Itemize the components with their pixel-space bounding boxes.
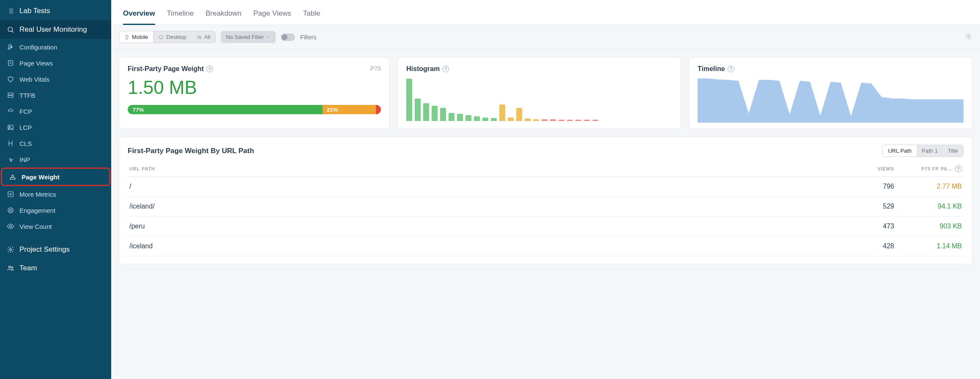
cell-value: 94.1 KB xyxy=(896,197,964,217)
histogram-bar xyxy=(499,104,505,121)
histogram-bar xyxy=(491,118,497,121)
cell-value: 1.14 MB xyxy=(896,236,964,256)
sidebar-section-rum[interactable]: Real User Monitoring xyxy=(0,20,111,39)
wrench-icon xyxy=(7,43,14,51)
distribution-bar: 77% 21% xyxy=(128,105,381,114)
histogram-bar xyxy=(584,120,590,121)
svg-rect-14 xyxy=(159,36,163,38)
group-url-path[interactable]: URL Path xyxy=(883,145,917,157)
sidebar-item-page-views[interactable]: Page Views xyxy=(0,55,111,71)
sidebar-item-label: INP xyxy=(19,156,30,163)
mobile-icon xyxy=(124,34,129,40)
svg-rect-2 xyxy=(8,93,13,95)
tab-page-views[interactable]: Page Views xyxy=(253,6,291,25)
svg-point-10 xyxy=(10,249,12,251)
histogram-bar xyxy=(474,116,480,121)
help-icon[interactable]: ? xyxy=(442,66,449,72)
sidebar-item-view-count[interactable]: View Count xyxy=(0,218,111,234)
gear-icon xyxy=(7,246,14,253)
histogram-bar xyxy=(575,120,581,121)
target-icon xyxy=(7,206,14,214)
plus-icon xyxy=(7,190,14,198)
sidebar-item-engagement[interactable]: Engagement xyxy=(0,202,111,218)
settings-button[interactable] xyxy=(965,33,972,42)
cell-value: 903 KB xyxy=(896,217,964,236)
shift-icon xyxy=(7,140,14,147)
filters-toggle[interactable] xyxy=(281,33,295,41)
tab-table[interactable]: Table xyxy=(303,6,320,25)
sidebar-item-label: View Count xyxy=(19,223,52,230)
table-row[interactable]: /peru473903 KB xyxy=(128,217,964,236)
histogram-bar xyxy=(465,115,471,121)
sidebar-item-label: Engagement xyxy=(19,207,55,214)
table-row[interactable]: /iceland/52994.1 KB xyxy=(128,197,964,217)
sidebar-item-label: TTFB xyxy=(19,92,36,99)
cell-views: 529 xyxy=(845,197,896,217)
content: First-Party Page Weight ? P75 1.50 MB 77… xyxy=(111,49,980,379)
sidebar-item-label: Configuration xyxy=(19,44,57,51)
url-path-table: URL PATH VIEWS P75 FP PA…? /7962.77 MB/i… xyxy=(128,161,964,256)
device-mobile[interactable]: Mobile xyxy=(119,31,153,43)
histogram-bar xyxy=(423,103,429,121)
svg-point-8 xyxy=(10,209,12,211)
sidebar-item-label: FCP xyxy=(19,108,32,115)
tab-breakdown[interactable]: Breakdown xyxy=(205,6,241,25)
timeline-sparkline xyxy=(698,76,964,123)
sidebar-item-label: Page Views xyxy=(19,60,53,67)
col-url-path[interactable]: URL PATH xyxy=(128,161,845,177)
doc-icon xyxy=(7,59,14,67)
filters-label: Filters xyxy=(300,34,316,41)
help-icon[interactable]: ? xyxy=(955,165,962,172)
table-row[interactable]: /iceland4281.14 MB xyxy=(128,236,964,256)
help-icon[interactable]: ? xyxy=(728,66,734,72)
sidebar-item-ttfb[interactable]: TTFB xyxy=(0,87,111,103)
device-all[interactable]: All xyxy=(192,31,215,43)
sidebar-item-lcp[interactable]: LCP xyxy=(0,119,111,135)
sidebar-label: Lab Tests xyxy=(19,7,50,15)
cell-views: 796 xyxy=(845,177,896,197)
group-by-segment: URL Path Path 1 Title xyxy=(882,145,964,157)
group-title[interactable]: Title xyxy=(943,145,963,157)
timeline-card: Timeline ? xyxy=(689,57,972,129)
svg-point-9 xyxy=(10,225,12,228)
col-views[interactable]: VIEWS xyxy=(845,161,896,177)
help-icon[interactable]: ? xyxy=(206,66,213,72)
sidebar-section-project-settings[interactable]: Project Settings xyxy=(0,240,111,259)
sidebar-item-page-weight[interactable]: Page Weight xyxy=(1,168,110,186)
filters-bar: Mobile Desktop All No Saved Filter Filte… xyxy=(111,25,980,49)
sidebar-item-inp[interactable]: INP xyxy=(0,151,111,168)
sidebar-item-fcp[interactable]: FCP xyxy=(0,103,111,119)
list-icon xyxy=(7,7,14,15)
col-p75[interactable]: P75 FP PA…? xyxy=(896,161,964,177)
p75-badge: P75 xyxy=(370,65,381,72)
cell-path: /iceland xyxy=(128,236,845,256)
sidebar-item-configuration[interactable]: Configuration xyxy=(0,39,111,55)
metric-card: First-Party Page Weight ? P75 1.50 MB 77… xyxy=(119,57,390,129)
image-icon xyxy=(7,124,14,131)
team-icon xyxy=(7,264,14,272)
sidebar-section-team[interactable]: Team xyxy=(0,259,111,277)
sidebar-item-cls[interactable]: CLS xyxy=(0,135,111,151)
cell-views: 428 xyxy=(845,236,896,256)
sidebar-item-web-vitals[interactable]: Web Vitals xyxy=(0,71,111,87)
tabs: Overview Timeline Breakdown Page Views T… xyxy=(111,0,980,25)
group-path-1[interactable]: Path 1 xyxy=(917,145,943,157)
histogram-card: Histogram ? xyxy=(397,57,681,129)
svg-rect-13 xyxy=(126,35,128,39)
histogram-bar xyxy=(440,108,446,121)
saved-filter-dropdown[interactable]: No Saved Filter xyxy=(221,31,276,43)
sidebar-item-label: LCP xyxy=(19,124,32,131)
tab-overview[interactable]: Overview xyxy=(123,6,155,25)
device-desktop[interactable]: Desktop xyxy=(153,31,192,43)
svg-point-12 xyxy=(11,267,13,269)
sidebar-item-more-metrics[interactable]: More Metrics xyxy=(0,186,111,202)
sidebar-section-lab-tests[interactable]: Lab Tests xyxy=(0,2,111,20)
sidebar-label: Real User Monitoring xyxy=(19,25,87,34)
server-icon xyxy=(7,91,14,99)
table-row[interactable]: /7962.77 MB xyxy=(128,177,964,197)
timeline-title: Timeline ? xyxy=(698,65,964,73)
tab-timeline[interactable]: Timeline xyxy=(167,6,194,25)
bar-poor xyxy=(376,105,381,114)
histogram-title: Histogram ? xyxy=(406,65,672,73)
cell-views: 473 xyxy=(845,217,896,236)
